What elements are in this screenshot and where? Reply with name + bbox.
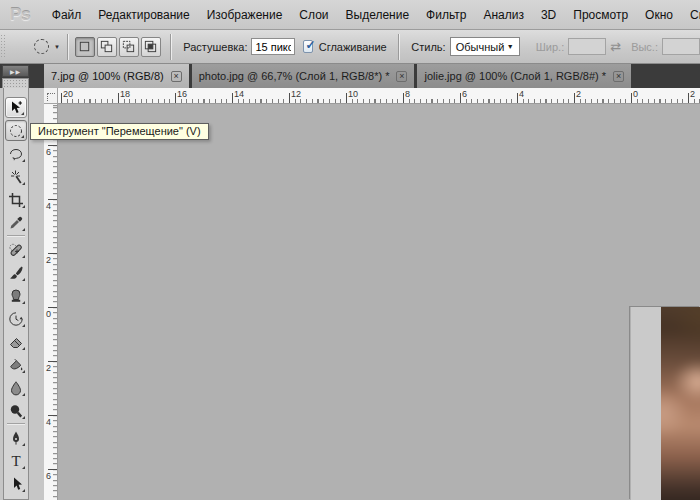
options-bar: ▼ Растушевка: ✓ Сглаживание Стиль: Обычн… <box>0 30 700 64</box>
tooltip-text: Инструмент "Перемещение" (V) <box>38 125 201 137</box>
eraser-icon <box>8 334 24 350</box>
ruler-label: 2 <box>46 363 51 373</box>
horizontal-ruler[interactable]: 201816141210864202 <box>58 88 700 104</box>
canvas-area[interactable] <box>58 104 700 500</box>
type-tool[interactable]: T <box>5 450 27 471</box>
brush-tool[interactable] <box>5 262 27 283</box>
move-tool[interactable] <box>5 97 27 118</box>
swap-dimensions-icon: ⇄ <box>610 39 621 54</box>
menu-item-help[interactable]: Справка <box>690 8 700 22</box>
menu-item-image[interactable]: Изображение <box>207 8 283 22</box>
feather-input[interactable] <box>251 38 295 55</box>
paint-bucket-tool[interactable] <box>5 354 27 375</box>
width-input <box>568 38 606 55</box>
tooltip: Инструмент "Перемещение" (V) <box>30 123 209 140</box>
document-photo <box>661 307 700 500</box>
check-icon: ✓ <box>305 38 315 52</box>
ruler-label: 2 <box>690 89 695 99</box>
double-arrow-icon: ▶▶ <box>10 68 21 75</box>
intersect-selection-icon <box>143 39 158 54</box>
eyedropper-tool[interactable] <box>5 212 27 233</box>
intersect-selection-button[interactable] <box>141 37 161 57</box>
subtract-from-selection-button[interactable] <box>119 37 139 57</box>
brush-icon <box>8 265 24 281</box>
horizontal-ruler-labels: 201816141210864202 <box>58 88 700 103</box>
history-brush-tool[interactable] <box>5 308 27 329</box>
menu-item-3d[interactable]: 3D <box>541 8 556 22</box>
add-to-selection-button[interactable] <box>97 37 117 57</box>
antialias-label: Сглаживание <box>319 41 387 53</box>
eraser-tool[interactable] <box>5 331 27 352</box>
menu-bar: Ps ФайлРедактированиеИзображениеСлоиВыде… <box>0 0 700 30</box>
height-label: Выс.: <box>631 41 658 53</box>
tools-panel-grip[interactable] <box>2 78 29 88</box>
document-tab-bar: ▶▶ 7.jpg @ 100% (RGB/8)×photo.jpg @ 66,7… <box>0 64 700 88</box>
menu-item-layers[interactable]: Слои <box>299 8 328 22</box>
menu-item-select[interactable]: Выделение <box>346 8 410 22</box>
options-bar-grip[interactable] <box>0 34 6 59</box>
photo-pixels <box>661 307 700 500</box>
menu-item-filter[interactable]: Фильтр <box>426 8 466 22</box>
spot-healing-brush-icon <box>8 242 24 258</box>
vertical-ruler[interactable]: 6420246 <box>44 104 58 500</box>
separator <box>170 34 171 60</box>
ruler-label: 2 <box>576 89 581 99</box>
close-icon[interactable]: × <box>171 71 182 82</box>
style-select[interactable]: Обычный ▼ <box>450 37 520 56</box>
crop-icon <box>8 192 24 208</box>
move-icon <box>8 100 24 116</box>
menu-item-file[interactable]: Файл <box>52 8 82 22</box>
spot-healing-brush-tool[interactable] <box>5 239 27 260</box>
menu-item-analysis[interactable]: Анализ <box>483 8 524 22</box>
ruler-label: 10 <box>348 89 358 99</box>
rectangle-tool[interactable] <box>5 496 27 500</box>
blur-tool[interactable] <box>5 377 27 398</box>
add-to-selection-icon <box>99 39 114 54</box>
ruler-label: 6 <box>46 147 51 157</box>
elliptical-marquee-icon <box>34 39 49 54</box>
ruler-label: 20 <box>63 89 73 99</box>
pen-tool[interactable] <box>5 427 27 448</box>
photoshop-window: Ps ФайлРедактированиеИзображениеСлоиВыде… <box>0 0 700 500</box>
new-selection-button[interactable] <box>75 37 95 57</box>
ruler-label: 6 <box>46 471 51 481</box>
document-tab-2[interactable]: photo.jpg @ 66,7% (Слой 1, RGB/8*) *× <box>192 64 415 88</box>
ruler-label: 4 <box>519 89 524 99</box>
tool-preset-button[interactable]: ▼ <box>34 39 60 54</box>
collapse-panels-button[interactable]: ▶▶ <box>2 65 29 77</box>
ruler-label: 6 <box>462 89 467 99</box>
ruler-corner <box>44 88 58 104</box>
dodge-tool[interactable] <box>5 400 27 421</box>
open-document <box>630 307 700 500</box>
elliptical-marquee-tool[interactable] <box>5 120 27 141</box>
style-label: Стиль: <box>411 41 445 53</box>
feather-label: Растушевка: <box>183 41 247 53</box>
clone-stamp-tool[interactable] <box>5 285 27 306</box>
paint-bucket-icon <box>8 357 24 373</box>
style-select-value: Обычный <box>456 41 505 53</box>
menu-item-edit[interactable]: Редактирование <box>98 8 189 22</box>
lasso-tool[interactable] <box>5 143 27 164</box>
elliptical-marquee-icon <box>8 123 24 139</box>
document-tabs: 7.jpg @ 100% (RGB/8)×photo.jpg @ 66,7% (… <box>44 64 634 88</box>
document-tab-1[interactable]: 7.jpg @ 100% (RGB/8)× <box>44 64 189 88</box>
height-input <box>662 38 700 55</box>
ruler-label: 14 <box>234 89 244 99</box>
close-icon[interactable]: × <box>613 71 624 82</box>
menu-item-view[interactable]: Просмотр <box>573 8 628 22</box>
crop-tool[interactable] <box>5 189 27 210</box>
document-tab-3[interactable]: jolie.jpg @ 100% (Слой 1, RGB/8#) *× <box>417 64 631 88</box>
menu-item-window[interactable]: Окно <box>645 8 673 22</box>
workspace: 201816141210864202 6420246 T Инструмент … <box>0 88 700 500</box>
magic-wand-tool[interactable] <box>5 166 27 187</box>
path-selection-tool[interactable] <box>5 473 27 494</box>
selection-mode-group <box>75 37 163 57</box>
antialias-checkbox[interactable]: ✓ <box>303 40 312 53</box>
path-selection-icon <box>8 476 24 492</box>
tab-label: 7.jpg @ 100% (RGB/8) <box>51 70 164 82</box>
document-margin <box>630 307 661 500</box>
tools-divider <box>7 235 25 236</box>
close-icon[interactable]: × <box>396 71 407 82</box>
new-selection-icon <box>77 39 92 54</box>
clone-stamp-icon <box>8 288 24 304</box>
